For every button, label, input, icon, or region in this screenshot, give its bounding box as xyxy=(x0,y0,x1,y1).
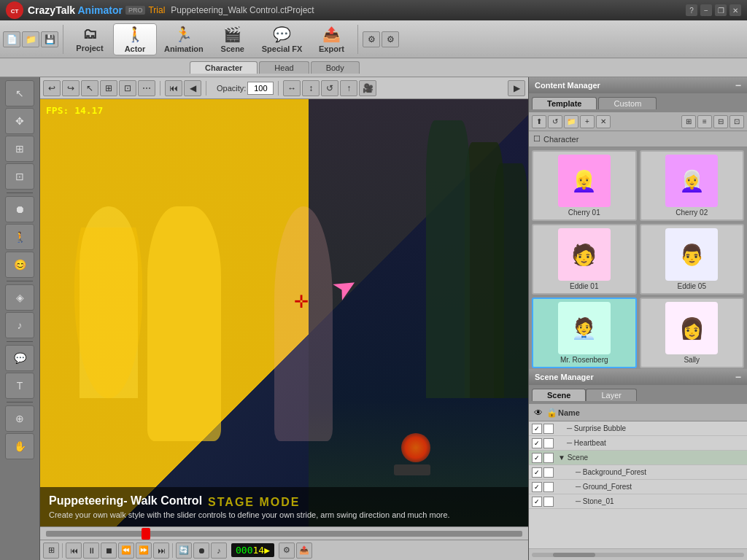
refresh-btn[interactable]: ↺ xyxy=(548,115,562,128)
import-btn[interactable]: ⬆ xyxy=(532,115,546,128)
cam-btn[interactable]: 🎥 xyxy=(359,80,376,96)
scene-row-2[interactable]: ✓ ▼ Scene xyxy=(529,451,747,465)
go-end-button[interactable]: ⏭ xyxy=(153,542,169,559)
move-tool[interactable]: ✥ xyxy=(5,108,34,134)
visibility-check-0[interactable]: ✓ xyxy=(532,424,542,434)
visibility-check-2[interactable]: ✓ xyxy=(532,453,542,463)
project-button[interactable]: 🗂 Project xyxy=(68,23,112,55)
actor-button[interactable]: 🚶 Actor xyxy=(113,23,157,55)
puppet-tool[interactable]: ⊡ xyxy=(5,163,34,190)
timeline-track[interactable] xyxy=(46,531,522,537)
content-manager-close[interactable]: − xyxy=(735,79,741,91)
lock-check-1[interactable] xyxy=(543,438,554,448)
character-item-5[interactable]: 👩 Sally xyxy=(640,298,745,368)
redo-button[interactable]: ↪ xyxy=(62,80,80,96)
scene-row-0[interactable]: ✓ ─ Surprise Bubble xyxy=(529,421,747,436)
open-file-button[interactable]: 📁 xyxy=(22,31,39,47)
folder-btn[interactable]: 📁 xyxy=(564,115,578,128)
close-button[interactable]: ✕ xyxy=(729,4,741,16)
stop-button[interactable]: ⏹ xyxy=(101,542,117,559)
body-tab[interactable]: Body xyxy=(311,61,360,74)
reset-btn[interactable]: ↺ xyxy=(321,80,338,96)
character-item-1[interactable]: 👩‍🦳 Cherry 02 xyxy=(640,150,745,221)
step-fwd-button[interactable]: ⏩ xyxy=(136,542,152,559)
up-btn[interactable]: ↑ xyxy=(340,80,357,96)
target-tool[interactable]: ⊕ xyxy=(5,405,34,432)
gizmo-btn[interactable]: ⊞ xyxy=(100,80,117,96)
export-button[interactable]: 📤 Export xyxy=(309,23,353,55)
audio-button[interactable]: ♪ xyxy=(211,542,227,559)
opacity-input[interactable] xyxy=(247,82,274,95)
special-fx-button[interactable]: 💬 Special FX xyxy=(256,23,309,55)
visibility-check-4[interactable]: ✓ xyxy=(532,482,542,492)
scene-scrollbar[interactable] xyxy=(529,548,747,560)
undo-button[interactable]: ↩ xyxy=(43,80,61,96)
record-button[interactable]: ⏺ xyxy=(193,542,209,559)
character-item-0[interactable]: 👱‍♀️ Cherry 01 xyxy=(532,150,637,221)
prev-key-btn[interactable]: ◀ xyxy=(184,80,201,96)
flip-v-btn[interactable]: ↕ xyxy=(302,80,320,96)
go-start-button[interactable]: ⏮ xyxy=(66,542,82,559)
minimize-button[interactable]: − xyxy=(700,4,712,16)
lock-check-5[interactable] xyxy=(543,497,554,507)
template-tab[interactable]: Template xyxy=(532,97,597,109)
visibility-check-3[interactable]: ✓ xyxy=(532,467,542,478)
sprite-tool[interactable]: ◈ xyxy=(5,284,34,311)
save-file-button[interactable]: 💾 xyxy=(41,31,58,47)
grid-view-button[interactable]: ⊞ xyxy=(43,542,59,559)
new-file-button[interactable]: 📄 xyxy=(3,31,20,47)
lock-check-2[interactable] xyxy=(543,453,554,463)
view4-btn[interactable]: ⊡ xyxy=(729,115,744,128)
audio-tool[interactable]: ♪ xyxy=(5,312,34,338)
settings-playback-btn[interactable]: ⚙ xyxy=(279,542,295,559)
step-back-button[interactable]: ⏪ xyxy=(118,542,134,559)
chat-tool[interactable]: 💬 xyxy=(5,345,34,371)
help-button[interactable]: ? xyxy=(686,4,697,16)
face-tool[interactable]: 😊 xyxy=(5,252,34,278)
character-item-4[interactable]: 🧑‍💼 Mr. Rosenberg xyxy=(532,298,637,368)
scene-row-5[interactable]: ✓ ─ Stone_01 xyxy=(529,494,747,509)
scene-row-1[interactable]: ✓ ─ Heartbeat xyxy=(529,436,747,451)
scene-row-4[interactable]: ✓ ─ Ground_Forest xyxy=(529,480,747,494)
key-btn[interactable]: ⏮ xyxy=(165,80,182,96)
timeline-playhead[interactable] xyxy=(142,528,150,540)
character-item-3[interactable]: 👨 Eddie 05 xyxy=(640,224,745,295)
lock-check-0[interactable] xyxy=(543,424,554,434)
export-playback-btn[interactable]: 📤 xyxy=(296,542,312,559)
maximize-button[interactable]: ❐ xyxy=(715,4,727,16)
scene-button[interactable]: 🎬 Scene xyxy=(211,23,255,55)
animation-button[interactable]: 🏃 Animation xyxy=(158,23,209,55)
person-tool[interactable]: 🚶 xyxy=(5,224,34,250)
transform-tool[interactable]: ⊞ xyxy=(5,136,34,162)
custom-tab[interactable]: Custom xyxy=(598,97,657,109)
view1-btn[interactable]: ⊞ xyxy=(681,115,696,128)
record-tool[interactable]: ⏺ xyxy=(5,196,34,222)
loop-button[interactable]: 🔄 xyxy=(176,542,192,559)
view2-btn[interactable]: ≡ xyxy=(697,115,712,128)
layer-tab[interactable]: Layer xyxy=(586,389,637,401)
scene-row-3[interactable]: ✓ ─ Background_Forest xyxy=(529,465,747,480)
select-tool[interactable]: ↖ xyxy=(5,80,34,106)
mesh-btn[interactable]: ⊡ xyxy=(119,80,136,96)
view3-btn[interactable]: ⊟ xyxy=(713,115,728,128)
visibility-check-1[interactable]: ✓ xyxy=(532,438,542,448)
add-btn[interactable]: + xyxy=(580,115,595,128)
text-tool[interactable]: T xyxy=(5,373,34,399)
head-tab[interactable]: Head xyxy=(259,61,309,74)
settings-button[interactable]: ⚙ xyxy=(363,31,380,47)
pause-button[interactable]: ⏸ xyxy=(83,542,99,559)
hand-tool[interactable]: ✋ xyxy=(5,433,34,459)
select-btn[interactable]: ↖ xyxy=(81,80,98,96)
options-button[interactable]: ⚙ xyxy=(382,31,399,47)
dots-btn[interactable]: ⋯ xyxy=(138,80,155,96)
scene-manager-close[interactable]: − xyxy=(735,371,741,383)
expand-btn[interactable]: ▶ xyxy=(508,80,525,96)
del-btn[interactable]: ✕ xyxy=(596,115,611,128)
canvas[interactable]: ➤ ✛ FPS: 14.17 Puppeteering- Walk Contro… xyxy=(40,99,528,526)
scene-tab[interactable]: Scene xyxy=(532,389,586,401)
flip-h-btn[interactable]: ↔ xyxy=(283,80,301,96)
lock-check-3[interactable] xyxy=(543,467,554,478)
character-tab[interactable]: Character xyxy=(190,61,258,74)
visibility-check-5[interactable]: ✓ xyxy=(532,497,542,507)
character-item-2[interactable]: 🧑 Eddie 01 xyxy=(532,224,637,295)
